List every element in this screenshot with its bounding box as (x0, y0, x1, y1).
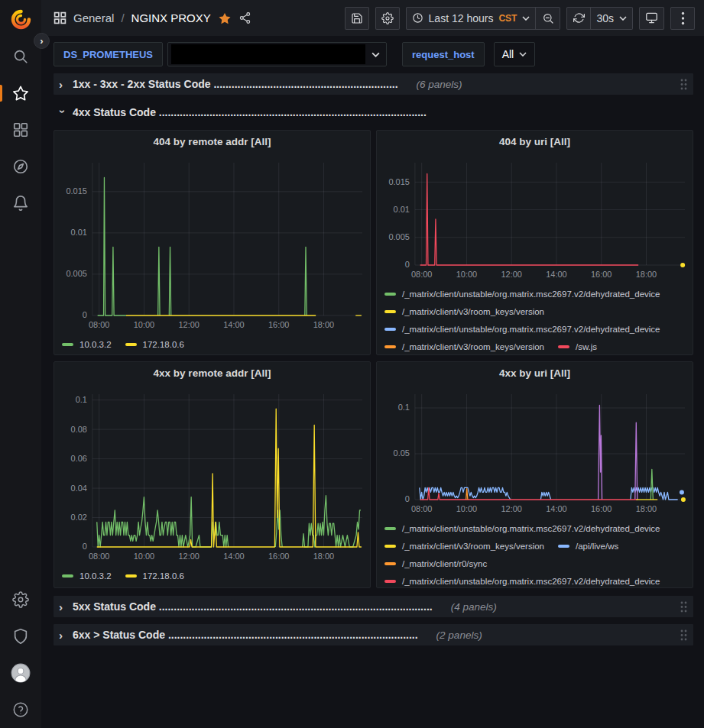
panel: 4xx by remote addr [All]00.020.040.060.0… (54, 361, 371, 588)
svg-text:14:00: 14:00 (546, 270, 566, 279)
zoom-out-icon (542, 12, 554, 24)
zoom-out-button[interactable] (536, 7, 560, 30)
refresh-icon (573, 12, 585, 24)
svg-text:10:00: 10:00 (134, 320, 154, 329)
sidebar-expand-button[interactable]: › (34, 33, 50, 49)
favorite-star-icon[interactable] (218, 11, 232, 25)
legend-row: /_matrix/client/unstable/org.matrix.msc2… (384, 519, 685, 537)
help-icon (12, 701, 29, 718)
grafana-logo[interactable] (0, 0, 41, 38)
sidebar-item-alerting[interactable] (0, 185, 41, 222)
svg-text:16:00: 16:00 (268, 552, 289, 561)
legend-row: /_matrix/client/r0/sync (384, 555, 685, 572)
panel-title[interactable]: 4xx by remote addr [All] (54, 362, 370, 383)
svg-text:16:00: 16:00 (591, 504, 612, 513)
svg-text:14:00: 14:00 (223, 320, 244, 329)
active-indicator (0, 85, 2, 102)
sidebar-item-help[interactable] (0, 691, 41, 728)
svg-text:10:00: 10:00 (134, 552, 154, 561)
svg-text:0.1: 0.1 (76, 395, 87, 404)
sidebar-item-settings[interactable] (0, 581, 41, 618)
legend-item[interactable]: 172.18.0.6 (125, 571, 184, 581)
search-icon (12, 48, 29, 65)
row-header-6xx[interactable]: › 6xx > Status Code ....................… (54, 624, 693, 645)
time-range-button[interactable]: Last 12 hours CST (406, 7, 537, 30)
legend-label: /_matrix/client/unstable/org.matrix.msc2… (402, 577, 660, 586)
panel-chart[interactable]: 00.0050.010.01508:0010:0012:0014:0016:00… (377, 152, 693, 283)
dashboard-settings-button[interactable] (375, 7, 400, 30)
refresh-button[interactable] (566, 7, 591, 30)
svg-text:0: 0 (405, 260, 410, 269)
drag-handle-icon[interactable] (680, 629, 688, 642)
request-host-value: All (502, 48, 514, 60)
legend-item[interactable]: /_matrix/client/unstable/org.matrix.msc2… (384, 290, 660, 299)
share-icon[interactable] (238, 11, 251, 24)
svg-text:0.005: 0.005 (388, 232, 409, 241)
legend-item[interactable]: /_matrix/client/v3/room_keys/version (384, 342, 544, 351)
svg-text:08:00: 08:00 (89, 552, 109, 561)
legend-item[interactable]: /_matrix/client/v3/room_keys/version (384, 307, 544, 316)
legend-label: 10.0.3.2 (79, 340, 112, 349)
row-header-4xx[interactable]: › 4xx Status Code ......................… (54, 102, 693, 123)
svg-text:08:00: 08:00 (411, 504, 432, 513)
panel-title[interactable]: 404 by uri [All] (377, 131, 693, 152)
row-panel-count: (6 panels) (417, 79, 462, 90)
row-title: 6xx > Status Code ......................… (73, 629, 418, 641)
legend-item[interactable]: /_matrix/client/unstable/org.matrix.msc2… (384, 577, 660, 586)
svg-text:12:00: 12:00 (179, 320, 200, 329)
panel-chart[interactable]: 00.0050.010.01508:0010:0012:0014:0016:00… (54, 152, 370, 334)
row-panel-count: (4 panels) (451, 601, 497, 613)
breadcrumb-section[interactable]: General (73, 11, 114, 24)
bell-icon (12, 195, 29, 212)
legend-item[interactable]: /_matrix/client/r0/sync (384, 559, 487, 568)
panel-chart[interactable]: 00.050.108:0010:0012:0014:0016:0018:00 (377, 383, 693, 518)
legend-item[interactable]: /_matrix/client/v3/room_keys/version (384, 542, 544, 551)
svg-text:12:00: 12:00 (501, 504, 522, 513)
svg-text:18:00: 18:00 (636, 270, 657, 279)
legend-item[interactable]: 10.0.3.2 (62, 340, 112, 349)
kiosk-mode-button[interactable] (639, 7, 664, 30)
sidebar-item-dashboards[interactable] (0, 112, 41, 148)
legend-label: /sw.js (576, 342, 597, 351)
legend-row: /_matrix/client/v3/room_keys/version/api… (384, 537, 685, 555)
legend-item[interactable]: /sw.js (558, 342, 597, 351)
panel-chart[interactable]: 00.020.040.060.080.108:0010:0012:0014:00… (54, 383, 370, 565)
legend-item[interactable]: 172.18.0.6 (125, 340, 184, 349)
dashboard-title[interactable]: NGINX PROXY (131, 11, 211, 24)
legend-item[interactable]: 10.0.3.2 (62, 571, 112, 581)
chevron-down-icon (522, 16, 530, 21)
svg-text:0.015: 0.015 (388, 177, 409, 186)
legend-label: 172.18.0.6 (143, 571, 184, 581)
legend-swatch (62, 574, 73, 578)
variable-dropdown-request-host[interactable]: All (494, 42, 536, 66)
save-dashboard-button[interactable] (345, 7, 369, 30)
svg-text:10:00: 10:00 (456, 270, 477, 279)
chevron-right-icon: › (59, 78, 67, 91)
refresh-interval-dropdown[interactable]: 30s (591, 7, 633, 30)
breadcrumb-separator: / (121, 11, 124, 24)
chevron-right-icon: › (59, 600, 67, 613)
variable-label-ds-prometheus[interactable]: DS_PROMETHEUS (54, 42, 163, 66)
legend-item[interactable]: /_matrix/client/unstable/org.matrix.msc2… (384, 325, 660, 334)
row-title: 1xx - 3xx - 2xx Status Code ............… (73, 78, 398, 90)
sidebar-item-profile[interactable] (0, 655, 41, 691)
panel-title[interactable]: 4xx by uri [All] (377, 362, 693, 383)
compass-icon (12, 158, 29, 175)
sidebar-item-server-admin[interactable] (0, 618, 41, 655)
legend-label: /_matrix/client/unstable/org.matrix.msc2… (402, 290, 660, 299)
legend-row: 10.0.3.2172.18.0.6 (62, 335, 362, 353)
drag-handle-icon[interactable] (680, 600, 688, 613)
row-header-5xx[interactable]: › 5xx Status Code ......................… (54, 596, 693, 617)
svg-text:18:00: 18:00 (313, 320, 334, 329)
variable-label-request-host[interactable]: request_host (402, 42, 485, 66)
drag-handle-icon[interactable] (680, 78, 688, 91)
sidebar-item-starred[interactable] (0, 75, 41, 112)
legend-item[interactable]: /api/live/ws (558, 542, 618, 551)
sidebar-item-explore[interactable] (0, 148, 41, 185)
dashboard-scroll-area[interactable]: › 1xx - 3xx - 2xx Status Code ..........… (41, 73, 704, 728)
kebab-menu-button[interactable] (670, 7, 695, 30)
legend-item[interactable]: /_matrix/client/unstable/org.matrix.msc2… (384, 524, 660, 533)
panel-title[interactable]: 404 by remote addr [All] (54, 131, 370, 152)
variable-dropdown-ds-prometheus[interactable] (167, 42, 387, 66)
row-header-1xx-3xx-2xx[interactable]: › 1xx - 3xx - 2xx Status Code ..........… (54, 73, 693, 95)
